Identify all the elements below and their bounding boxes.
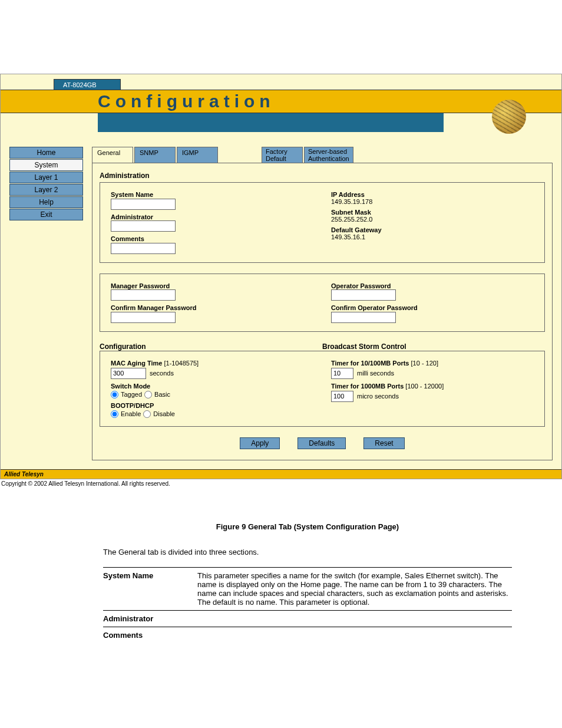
confirm-manager-pw-label: Confirm Manager Password xyxy=(111,304,313,311)
nav-layer1[interactable]: Layer 1 xyxy=(9,172,83,183)
admin-box: System Name Administrator Comments IP Ad… xyxy=(100,182,545,263)
seconds-label: seconds xyxy=(150,370,174,377)
apply-button[interactable]: Apply xyxy=(240,437,280,449)
subnet-label: Subnet Mask xyxy=(331,209,534,216)
ip-value: 149.35.19.178 xyxy=(331,198,534,205)
mac-aging-label: MAC Aging Time [1-1048575] xyxy=(111,360,313,367)
manager-pw-label: Manager Password xyxy=(111,282,313,289)
main: General SNMP IGMP Factory Default Server… xyxy=(92,147,553,460)
defaults-button[interactable]: Defaults xyxy=(297,437,346,449)
password-box: Manager Password Confirm Manager Passwor… xyxy=(100,274,545,332)
switch-mode-label: Switch Mode xyxy=(111,383,313,390)
comments-label: Comments xyxy=(111,235,313,242)
tab-factory-default[interactable]: Factory Default xyxy=(262,147,303,163)
timer1-unit: milli seconds xyxy=(357,370,394,377)
timer2-label: Timer for 1000MB Ports [100 - 12000] xyxy=(331,383,534,390)
term-def: This parameter specifies a name for the … xyxy=(197,571,512,607)
dual-heading: Configuration Broadcast Storm Control xyxy=(100,342,545,351)
nav-home[interactable]: Home xyxy=(9,147,83,159)
term-label: Comments xyxy=(103,631,186,640)
nav-exit[interactable]: Exit xyxy=(9,209,83,220)
config-box: MAC Aging Time [1-1048575] seconds Switc… xyxy=(100,351,545,427)
timer2-input[interactable] xyxy=(331,391,353,402)
timer1-input[interactable] xyxy=(331,368,353,379)
subnet-value: 255.255.252.0 xyxy=(331,216,534,223)
admin-heading: Administration xyxy=(100,172,545,180)
page-title: Configuration xyxy=(98,91,275,111)
term-row-administrator: Administrator xyxy=(103,611,512,627)
tab-snmp[interactable]: SNMP xyxy=(134,147,176,163)
ip-label: IP Address xyxy=(331,191,534,198)
bootp-enable[interactable] xyxy=(111,410,118,418)
app-frame: AT-8024GB Configuration Home System Laye… xyxy=(0,74,562,479)
reset-button[interactable]: Reset xyxy=(363,437,404,449)
general-panel: Administration System Name Administrator… xyxy=(92,163,553,460)
subtitle-bar xyxy=(98,113,444,132)
switch-mode-tagged[interactable] xyxy=(111,391,118,398)
system-name-label: System Name xyxy=(111,191,313,198)
globe-icon xyxy=(492,100,526,134)
confirm-manager-pw-input[interactable] xyxy=(111,312,176,323)
storm-heading: Broadcast Storm Control xyxy=(322,342,545,351)
switch-mode-basic[interactable] xyxy=(144,391,152,398)
button-row: Apply Defaults Reset xyxy=(100,437,545,449)
gateway-label: Default Gateway xyxy=(331,226,534,233)
timer1-label: Timer for 10/100MB Ports [10 - 120] xyxy=(331,360,534,367)
figure-caption: Figure 9 General Tab (System Configurati… xyxy=(103,522,512,531)
figure-intro: The General tab is divided into three se… xyxy=(103,548,512,556)
footer-logo: Allied Telesyn xyxy=(4,471,44,477)
footer-bar: Allied Telesyn xyxy=(1,469,561,479)
manager-pw-input[interactable] xyxy=(111,289,176,301)
model-tab: AT-8024GB xyxy=(54,79,121,91)
bootp-label: BOOTP/DHCP xyxy=(111,402,313,409)
term-row-comments: Comments xyxy=(103,627,512,643)
operator-pw-label: Operator Password xyxy=(331,282,534,289)
administrator-input[interactable] xyxy=(111,220,176,232)
confirm-operator-pw-label: Confirm Operator Password xyxy=(331,304,534,311)
term-row-system-name: System Name This parameter specifies a n… xyxy=(103,568,512,610)
document-body: Figure 9 General Tab (System Configurati… xyxy=(0,487,562,655)
term-label: System Name xyxy=(103,571,186,580)
administrator-label: Administrator xyxy=(111,213,313,220)
sidebar: Home System Layer 1 Layer 2 Help Exit xyxy=(9,147,83,460)
tab-server-auth[interactable]: Server-based Authentication xyxy=(304,147,353,163)
mac-aging-input[interactable] xyxy=(111,368,146,379)
tab-general[interactable]: General xyxy=(92,147,133,163)
config-heading: Configuration xyxy=(100,342,322,351)
tabs: General SNMP IGMP Factory Default Server… xyxy=(92,147,553,163)
copyright: Copyright © 2002 Allied Telesyn Internat… xyxy=(1,480,562,487)
system-name-input[interactable] xyxy=(111,199,176,210)
gateway-value: 149.35.16.1 xyxy=(331,233,534,241)
nav-help[interactable]: Help xyxy=(9,196,83,208)
nav-layer2[interactable]: Layer 2 xyxy=(9,184,83,196)
operator-pw-input[interactable] xyxy=(331,289,396,301)
timer2-unit: micro seconds xyxy=(357,393,399,400)
confirm-operator-pw-input[interactable] xyxy=(331,312,396,323)
nav-system[interactable]: System xyxy=(9,159,83,171)
tab-igmp[interactable]: IGMP xyxy=(177,147,218,163)
title-bar: Configuration xyxy=(1,90,561,113)
bootp-disable[interactable] xyxy=(143,410,151,418)
comments-input[interactable] xyxy=(111,243,176,254)
term-label: Administrator xyxy=(103,614,186,623)
